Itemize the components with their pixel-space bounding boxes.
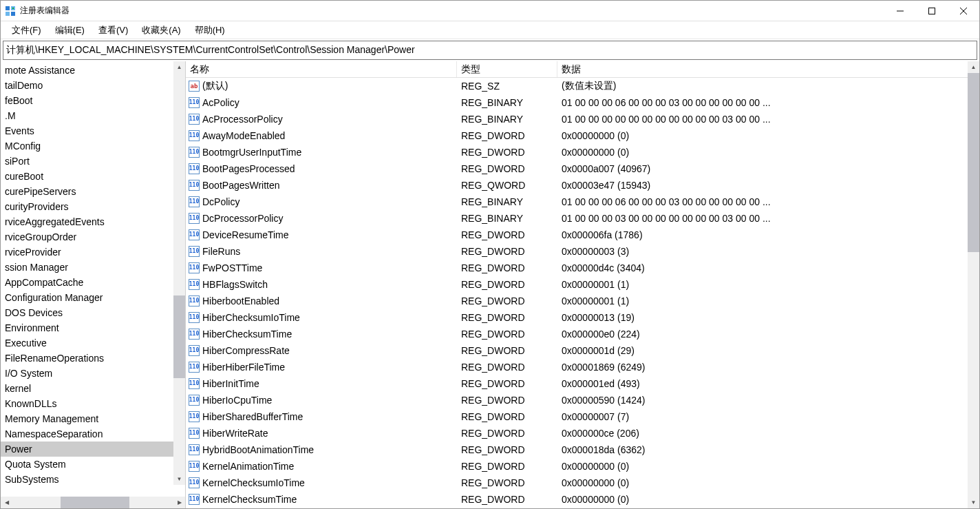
close-button[interactable] xyxy=(948,1,979,21)
value-row[interactable]: 110BootmgrUserInputTimeREG_DWORD0x000000… xyxy=(186,144,979,160)
tree-item[interactable]: kernel xyxy=(1,381,185,396)
value-row[interactable]: 110HybridBootAnimationTimeREG_DWORD0x000… xyxy=(186,442,979,458)
value-row[interactable]: 110HiberInitTimeREG_DWORD0x000001ed (493… xyxy=(186,375,979,392)
binary-value-icon: 110 xyxy=(189,312,200,323)
scroll-up-icon[interactable]: ▲ xyxy=(173,61,185,73)
tree-item[interactable]: tailDemo xyxy=(1,78,185,93)
value-row[interactable]: 110FwPOSTTimeREG_DWORD0x00000d4c (3404) xyxy=(186,260,979,276)
column-type[interactable]: 类型 xyxy=(457,61,557,77)
value-row[interactable]: 110AcPolicyREG_BINARY01 00 00 00 06 00 0… xyxy=(186,94,979,111)
tree-item[interactable]: cureBoot xyxy=(1,169,185,184)
scroll-left-icon[interactable]: ◀ xyxy=(1,497,12,508)
value-row[interactable]: 110HiberSharedBufferTimeREG_DWORD0x00000… xyxy=(186,408,979,425)
value-row[interactable]: 110HiberbootEnabledREG_DWORD0x00000001 (… xyxy=(186,293,979,309)
value-data: 0x00000590 (1424) xyxy=(557,395,979,406)
value-name: HiberIoCpuTime xyxy=(202,395,272,406)
tree-item[interactable]: .M xyxy=(1,108,185,123)
address-text: 计算机\HKEY_LOCAL_MACHINE\SYSTEM\CurrentCon… xyxy=(6,44,415,56)
tree-item[interactable]: ssion Manager xyxy=(1,260,185,275)
value-name-cell: 110FileRuns xyxy=(186,246,457,257)
value-row[interactable]: ab(默认)REG_SZ(数值未设置) xyxy=(186,78,979,94)
menu-view[interactable]: 查看(V) xyxy=(93,22,134,39)
scroll-right-icon[interactable]: ▶ xyxy=(173,497,185,508)
value-name-cell: 110AcPolicy xyxy=(186,97,457,108)
tree-item[interactable]: AppCompatCache xyxy=(1,275,185,290)
value-row[interactable]: 110KernelChecksumIoTimeREG_DWORD0x000000… xyxy=(186,475,979,491)
binary-value-icon: 110 xyxy=(189,411,200,422)
scroll-down-icon[interactable]: ▼ xyxy=(173,473,185,485)
value-row[interactable]: 110HBFlagsSwitchREG_DWORD0x00000001 (1) xyxy=(186,276,979,293)
menu-edit[interactable]: 编辑(E) xyxy=(50,22,90,39)
column-data[interactable]: 数据 xyxy=(557,61,979,77)
tree-item[interactable]: feBoot xyxy=(1,93,185,108)
value-row[interactable]: 110HiberWriteRateREG_DWORD0x000000ce (20… xyxy=(186,425,979,442)
tree-item[interactable]: Quota System xyxy=(1,457,185,472)
tree-item[interactable]: rviceAggregatedEvents xyxy=(1,214,185,229)
value-row[interactable]: 110AwayModeEnabledREG_DWORD0x00000000 (0… xyxy=(186,127,979,144)
scroll-thumb-h[interactable] xyxy=(61,497,129,508)
tree-item[interactable]: siPort xyxy=(1,154,185,169)
value-row[interactable]: 110FileRunsREG_DWORD0x00000003 (3) xyxy=(186,243,979,260)
value-row[interactable]: 110BootPagesProcessedREG_DWORD0x0000a007… xyxy=(186,160,979,177)
minimize-button[interactable] xyxy=(884,1,916,21)
value-type: REG_DWORD xyxy=(457,345,557,356)
value-name-cell: 110KernelChecksumIoTime xyxy=(186,477,457,488)
value-type: REG_DWORD xyxy=(457,312,557,323)
scroll-thumb[interactable] xyxy=(173,295,185,378)
tree-item[interactable]: Executive xyxy=(1,335,185,351)
menu-file[interactable]: 文件(F) xyxy=(6,22,47,39)
tree-item[interactable]: SubSystems xyxy=(1,472,185,487)
value-row[interactable]: 110HiberChecksumTimeREG_DWORD0x000000e0 … xyxy=(186,326,979,342)
tree-item[interactable]: Memory Management xyxy=(1,411,185,426)
binary-value-icon: 110 xyxy=(189,180,200,191)
list-vertical-scrollbar[interactable]: ▲ ▼ xyxy=(968,61,979,508)
value-type: REG_DWORD xyxy=(457,378,557,389)
tree-item[interactable]: Power xyxy=(1,442,185,457)
tree-item[interactable]: FileRenameOperations xyxy=(1,351,185,366)
tree-item[interactable]: NamespaceSeparation xyxy=(1,426,185,442)
tree-item[interactable]: I/O System xyxy=(1,366,185,381)
tree-item[interactable]: Configuration Manager xyxy=(1,290,185,305)
tree-item[interactable]: rviceProvider xyxy=(1,245,185,260)
binary-value-icon: 110 xyxy=(189,279,200,290)
tree-item[interactable]: MConfig xyxy=(1,138,185,154)
tree-item[interactable]: KnownDLLs xyxy=(1,396,185,411)
binary-value-icon: 110 xyxy=(189,196,200,207)
scroll-up-icon[interactable]: ▲ xyxy=(968,61,979,73)
tree-item[interactable]: DOS Devices xyxy=(1,305,185,320)
value-name-cell: 110AwayModeEnabled xyxy=(186,130,457,141)
value-row[interactable]: 110HiberHiberFileTimeREG_DWORD0x00001869… xyxy=(186,359,979,375)
value-row[interactable]: 110HiberCompressRateREG_DWORD0x0000001d … xyxy=(186,342,979,359)
value-row[interactable]: 110AcProcessorPolicyREG_BINARY01 00 00 0… xyxy=(186,111,979,127)
tree-item[interactable]: curePipeServers xyxy=(1,184,185,199)
scroll-down-icon[interactable]: ▼ xyxy=(968,497,979,508)
value-name-cell: 110HiberChecksumIoTime xyxy=(186,312,457,323)
value-data: 0x00000000 (0) xyxy=(557,130,979,141)
value-row[interactable]: 110DeviceResumeTimeREG_DWORD0x000006fa (… xyxy=(186,227,979,243)
value-type: REG_DWORD xyxy=(457,362,557,373)
binary-value-icon: 110 xyxy=(189,345,200,356)
tree-item[interactable]: Environment xyxy=(1,320,185,335)
binary-value-icon: 110 xyxy=(189,395,200,406)
tree-item[interactable]: mote Assistance xyxy=(1,63,185,78)
window-title: 注册表编辑器 xyxy=(20,5,70,17)
value-row[interactable]: 110HiberChecksumIoTimeREG_DWORD0x0000001… xyxy=(186,309,979,326)
value-row[interactable]: 110KernelChecksumTimeREG_DWORD0x00000000… xyxy=(186,491,979,508)
value-row[interactable]: 110KernelAnimationTimeREG_DWORD0x0000000… xyxy=(186,458,979,475)
value-name: BootPagesWritten xyxy=(202,180,280,191)
maximize-button[interactable] xyxy=(916,1,948,21)
tree-item[interactable]: curityProviders xyxy=(1,199,185,214)
scroll-thumb[interactable] xyxy=(968,73,979,252)
tree-item[interactable]: Events xyxy=(1,123,185,138)
menu-favorites[interactable]: 收藏夹(A) xyxy=(136,22,186,39)
value-row[interactable]: 110HiberIoCpuTimeREG_DWORD0x00000590 (14… xyxy=(186,392,979,408)
value-row[interactable]: 110DcPolicyREG_BINARY01 00 00 00 06 00 0… xyxy=(186,194,979,210)
tree-vertical-scrollbar[interactable]: ▲ ▼ xyxy=(173,61,185,485)
value-row[interactable]: 110BootPagesWrittenREG_QWORD0x00003e47 (… xyxy=(186,177,979,194)
column-name[interactable]: 名称 xyxy=(186,61,457,77)
value-row[interactable]: 110DcProcessorPolicyREG_BINARY01 00 00 0… xyxy=(186,210,979,227)
tree-horizontal-scrollbar[interactable]: ◀ ▶ xyxy=(1,497,185,508)
menu-help[interactable]: 帮助(H) xyxy=(189,22,231,39)
tree-item[interactable]: rviceGroupOrder xyxy=(1,229,185,245)
addressbar[interactable]: 计算机\HKEY_LOCAL_MACHINE\SYSTEM\CurrentCon… xyxy=(3,41,977,60)
